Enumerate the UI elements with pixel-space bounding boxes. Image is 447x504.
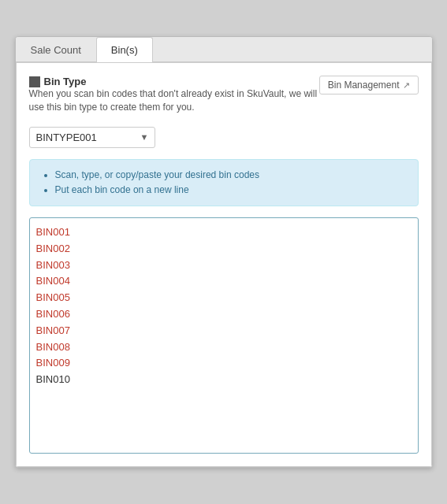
tab-bins[interactable]: Bin(s) [96,37,153,62]
tab-content: Bin Type When you scan bin codes that do… [16,62,432,467]
bin-code-link[interactable]: BIN001 [36,224,412,241]
bin-code-link[interactable]: BIN004 [36,273,412,290]
bin-code-link[interactable]: BIN007 [36,323,412,339]
main-window: Sale Count Bin(s) Bin Type When you scan… [15,36,433,468]
bin-code-link[interactable]: BIN003 [36,258,412,274]
tab-bar: Sale Count Bin(s) [16,37,432,62]
bin-code-link[interactable]: BIN005 [36,290,412,306]
bin-code-plain: BIN010 [36,372,412,388]
bin-type-icon [29,76,40,87]
bin-type-description: When you scan bin codes that don't alrea… [29,87,319,114]
info-item-2: Put each bin code on a new line [55,183,407,198]
bin-code-link[interactable]: BIN006 [36,306,412,323]
info-box: Scan, type, or copy/paste your desired b… [29,159,419,206]
bin-type-select-wrapper: BINTYPE001 BINTYPE002 BINTYPE003 ▼ [29,127,155,148]
bin-code-link[interactable]: BIN002 [36,241,412,258]
external-link-icon: ↗ [403,80,410,91]
bin-code-link[interactable]: BIN008 [36,339,412,356]
bin-type-header: Bin Type When you scan bin codes that do… [29,76,419,122]
tab-sale-count[interactable]: Sale Count [16,37,96,62]
bin-codes-display[interactable]: BIN001BIN002BIN003BIN004BIN005BIN006BIN0… [29,217,419,454]
bin-management-button[interactable]: Bin Management ↗ [319,76,419,94]
info-item-1: Scan, type, or copy/paste your desired b… [55,168,407,183]
bin-code-link[interactable]: BIN009 [36,355,412,372]
bin-type-select[interactable]: BINTYPE001 BINTYPE002 BINTYPE003 [29,127,155,148]
bin-type-title: Bin Type [29,76,319,87]
